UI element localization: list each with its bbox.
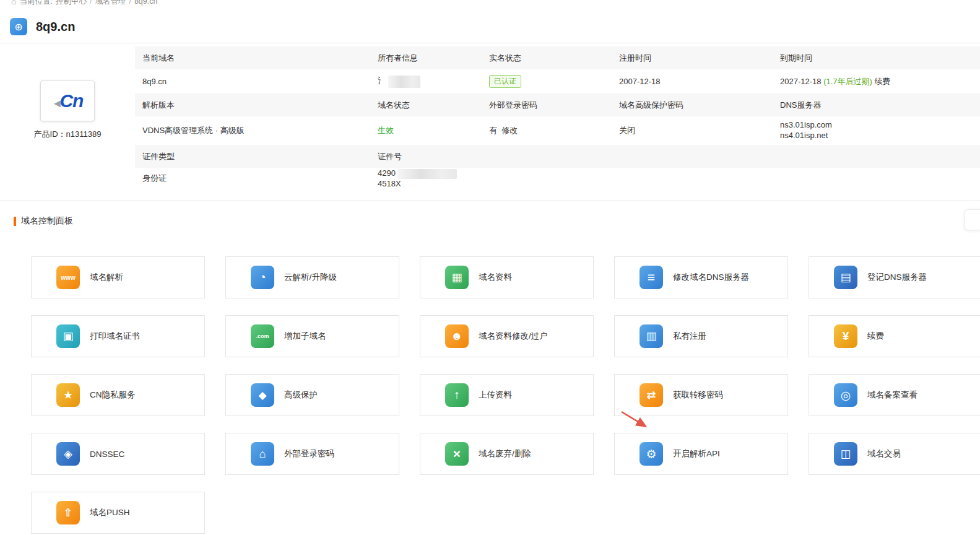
card-delete-domain[interactable]: × 域名废弃/删除 [420,433,594,475]
external-password-icon: ⌂ [251,442,274,466]
label-cert-no: 证件号 [370,151,482,162]
table-value-row: 身份证 42904518X [135,168,980,189]
add-subdomain-icon: .com [251,324,274,348]
label-domain-status: 域名状态 [370,100,482,111]
card-register-dns[interactable]: ▤ 登记DNS服务器 [809,256,980,298]
value-expire-time: 2027-12-18 (1.7年后过期) 续费 [773,76,980,87]
card-label: 获取转移密码 [673,389,723,401]
globe-icon: ⊕ [10,18,27,35]
breadcrumb-current-domain[interactable]: 8q9.cn [134,0,158,8]
breadcrumb: ⌂ 当前位置: 控制中心 / 域名管理 / 8q9.cn [0,0,980,8]
card-label: 修改域名DNS服务器 [673,272,749,283]
domain-header: ⊕ 8q9.cn [0,8,980,43]
card-dnssec[interactable]: ◈ DNSSEC [31,433,205,475]
card-label: 域名资料修改/过户 [479,331,548,342]
card-api[interactable]: ⚙ 开启解析API [614,433,788,475]
transfer-password-icon: ⇄ [640,383,663,407]
table-header-row: 当前域名 所有者信息 实名状态 注册时间 到期时间 [135,46,980,69]
card-label: 域名备案查看 [867,389,917,401]
label-expire-time: 到期时间 [773,53,980,64]
breadcrumb-prefix: 当前位置: [19,0,52,8]
section-accent-bar [14,217,16,226]
home-icon: ⌂ [11,0,16,8]
value-ext-password: 有 修改 [482,125,612,136]
card-label: 续费 [867,331,884,342]
label-protect-password: 域名高级保护密码 [612,100,773,111]
breadcrumb-separator: / [129,0,131,8]
card-label: 打印域名证书 [90,331,140,342]
floating-widget[interactable] [965,209,980,230]
modify-password-link[interactable]: 修改 [501,126,518,135]
card-cn-privacy[interactable]: ★ CN隐私服务 [31,374,205,416]
dnssec-icon: ◈ [56,442,80,466]
card-advanced-protect[interactable]: ◆ 高级保护 [225,374,399,416]
logo-text: Cn [59,90,83,111]
card-external-password[interactable]: ⌂ 外部登录密码 [225,433,399,475]
icp-check-icon: ◎ [834,383,857,407]
print-cert-icon: ▣ [56,324,80,348]
annotation-arrow [619,409,654,433]
value-protect-password: 关闭 [612,125,773,136]
card-renew[interactable]: ¥ 续费 [809,315,980,357]
label-dns-version: 解析版本 [135,100,370,111]
domain-info-icon: ▦ [445,266,469,289]
label-cert-type: 证件类型 [135,151,370,162]
breadcrumb-separator: / [90,0,92,8]
api-icon: ⚙ [640,442,663,466]
card-private-register[interactable]: ▥ 私有注册 [614,315,788,357]
upload-icon: ↑ [445,383,469,407]
redacted-owner [388,76,420,88]
card-dns-resolve[interactable]: www 域名解析 [31,256,205,298]
card-add-subdomain[interactable]: .com 增加子域名 [225,315,399,357]
domain-info-table: 当前域名 所有者信息 实名状态 注册时间 到期时间 8q9.cn 氵 已认证 2… [135,46,980,189]
label-reg-time: 注册时间 [612,53,773,64]
panel-header: 域名控制面板 [14,215,980,227]
value-owner: 氵 [370,76,482,88]
domain-trade-icon: ◫ [834,442,857,466]
card-modify-dns[interactable]: ≡ 修改域名DNS服务器 [614,256,788,298]
card-domain-info[interactable]: ▦ 域名资料 [420,256,594,298]
label-dns-server: DNS服务器 [773,100,980,111]
card-label: 域名废弃/删除 [479,448,531,459]
value-cert-no: 42904518X [370,168,482,188]
advanced-protect-icon: ◆ [251,383,274,407]
card-label: 私有注册 [673,331,706,342]
table-value-row: VDNS高级管理系统 · 高级版 生效 有 修改 关闭 ns3.01isp.co… [135,116,980,145]
card-upload[interactable]: ↑ 上传资料 [420,374,594,416]
push-icon: ⇧ [56,501,80,524]
card-label: 外部登录密码 [284,448,334,459]
delete-domain-icon: × [445,442,469,466]
card-push[interactable]: ⇧ 域名PUSH [31,492,205,534]
renew-icon: ¥ [834,324,857,348]
table-header-row: 解析版本 域名状态 外部登录密码 域名高级保护密码 DNS服务器 [135,94,980,116]
card-domain-trade[interactable]: ◫ 域名交易 [809,433,980,475]
card-label: 上传资料 [479,389,512,401]
card-icp-check[interactable]: ◎ 域名备案查看 [809,374,980,416]
table-value-row: 8q9.cn 氵 已认证 2007-12-18 2027-12-18 (1.7年… [135,69,980,94]
card-transfer-owner[interactable]: ☻ 域名资料修改/过户 [420,315,594,357]
breadcrumb-control-center[interactable]: 控制中心 [56,0,87,8]
card-label: 域名PUSH [90,507,130,518]
value-realname: 已认证 [482,75,612,88]
table-header-row: 证件类型 证件号 [135,145,980,168]
product-panel: ◄Cn 产品ID：n1311389 [0,46,135,189]
value-current-domain: 8q9.cn [135,77,370,86]
modify-dns-icon: ≡ [640,266,663,289]
label-ext-password: 外部登录密码 [482,100,612,111]
dns-resolve-icon: www [56,266,80,289]
card-label: 域名资料 [479,272,512,283]
card-label: DNSSEC [90,450,124,459]
value-domain-status: 生效 [370,125,482,136]
card-label: 域名交易 [867,448,901,459]
card-label: 域名解析 [90,272,123,283]
card-label: 高级保护 [284,389,318,401]
card-print-cert[interactable]: ▣ 打印域名证书 [31,315,205,357]
breadcrumb-domain-manage[interactable]: 域名管理 [95,0,126,8]
label-owner: 所有者信息 [370,53,482,64]
expire-note: (1.7年后过期) [823,77,872,86]
realname-badge: 已认证 [489,75,521,88]
panel-grid: www 域名解析 ◔ 云解析/升降级 ▦ 域名资料 ≡ 修改域名DNS服务器 ▤… [31,256,980,534]
card-label: 增加子域名 [284,331,326,342]
renew-link[interactable]: 续费 [874,77,890,86]
card-cloud-upgrade[interactable]: ◔ 云解析/升降级 [225,256,399,298]
